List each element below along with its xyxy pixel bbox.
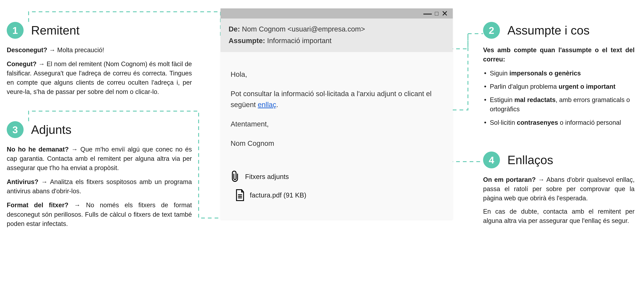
title-adjunts: Adjunts [31,123,71,136]
close-icon[interactable]: ✕ [442,10,448,17]
s1-p1: Desconegut? → Molta precaució! [7,46,192,55]
s2-li2: Parlin d'algun problema urgent o importa… [483,82,634,91]
email-greeting: Hola, [230,69,443,80]
s4-p2: En cas de dubte, contacta amb el remiten… [483,207,634,226]
s3-p1: No ho he demanat? → Que m'ho enviï algú … [7,145,192,172]
maximize-icon[interactable]: □ [435,10,438,16]
s2-li1: Siguin impersonals o genèrics [483,69,634,78]
badge-2: 2 [483,22,500,39]
attachment-file[interactable]: factura.pdf (91 KB) [250,192,306,199]
email-header: De: Nom Cognom <usuari@empresa.com> Assu… [220,18,453,52]
email-body: Hola, Pot consultar la informació sol·li… [220,52,453,167]
title-remitent: Remitent [31,24,80,37]
s2-li3: Estiguin mal redactats, amb errors grama… [483,95,634,114]
paperclip-icon [230,171,240,182]
minimize-icon[interactable]: — [423,9,432,18]
badge-1: 1 [7,22,24,39]
window-titlebar: — □ ✕ [220,8,453,18]
email-body-text: Pot consultar la informació sol·licitada… [230,88,443,110]
s3-p3: Format del fitxer? → No només els fitxer… [7,200,192,228]
email-from: De: Nom Cognom <usuari@empresa.com> [228,23,445,35]
s2-li4: Sol·licitin contrasenyes o informació pe… [483,118,634,127]
badge-3: 3 [7,121,24,138]
email-closing: Atentament, [230,118,443,130]
title-assumpte: Assumpte i cos [507,24,590,37]
email-subject: Assumpte: Informació important [228,35,445,46]
s4-p1: On em portaran? → Abans d'obrir qualsevo… [483,175,634,203]
s3-p2: Antivirus? → Analitza els fitxers sospit… [7,177,192,196]
badge-4: 4 [483,152,500,168]
email-attachments: Fitxers adjunts factura.pdf (91 KB) [220,167,453,220]
email-window: — □ ✕ De: Nom Cognom <usuari@empresa.com… [220,8,453,220]
email-signature: Nom Cognom [230,138,443,149]
title-enllacos: Enllaços [507,153,553,167]
s2-intro: Ves amb compte quan l'assumpte o el text… [483,46,634,64]
attachments-label: Fitxers adjunts [245,173,289,180]
email-link[interactable]: enllaç [258,101,276,108]
s1-p2: Conegut? → El nom del remitent (Nom Cogn… [7,60,192,96]
file-icon [235,189,245,201]
